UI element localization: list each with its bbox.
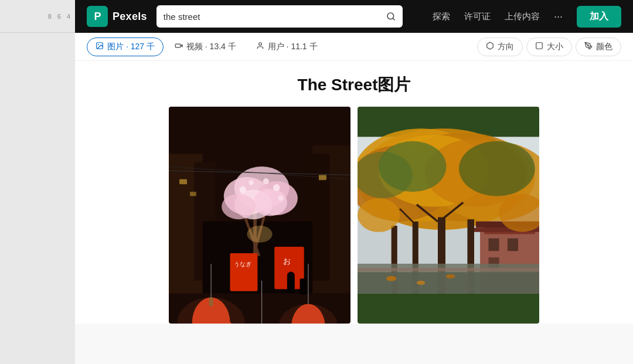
filter-size-btn[interactable]: 大小 [526,38,572,56]
logo-area: P Pexels [87,6,147,27]
ruler-numbers: 8 6 4 [0,0,75,33]
filter-bar: 图片 · 127 千 视频 · 13.4 千 用户 · 11.1 千 [75,33,633,61]
logo-text: Pexels [113,11,147,23]
images-icon [96,42,104,52]
filter-color-btn[interactable]: 颜色 [576,38,621,56]
user-icon [256,42,264,52]
video-icon [175,42,183,52]
svg-line-1 [393,18,394,20]
svg-rect-82 [358,268,539,271]
direction-icon [486,42,494,52]
svg-point-34 [249,180,254,185]
filter-images-label: 图片 · 127 千 [107,42,155,52]
svg-rect-47 [300,278,307,294]
join-button[interactable]: 加入 [577,6,621,28]
svg-rect-4 [175,44,181,47]
svg-point-8 [587,45,588,46]
direction-label: 方向 [498,42,514,52]
filter-videos-label: 视频 · 13.4 千 [186,42,236,52]
nav-links: 探索 许可证 上传内容 ··· 加入 [433,6,621,28]
color-label: 颜色 [596,42,612,52]
search-bar [156,5,403,28]
pexels-logo-icon: P [87,6,108,27]
search-input[interactable] [164,12,382,22]
nav-license[interactable]: 许可证 [464,11,491,22]
size-icon [535,42,543,52]
svg-point-79 [386,276,396,281]
svg-point-44 [247,226,272,243]
svg-point-83 [358,198,400,232]
svg-point-81 [446,274,455,278]
svg-point-39 [278,304,338,324]
ruler-num-4: 4 [67,13,70,20]
svg-point-37 [278,196,284,201]
svg-point-38 [177,298,244,324]
svg-point-46 [287,272,295,280]
svg-rect-68 [508,239,518,251]
nav-explore[interactable]: 探索 [433,11,450,22]
filter-users-label: 用户 · 11.1 千 [268,42,318,52]
nav-upload[interactable]: 上传内容 [505,11,540,22]
left-panel: 8 6 4 [0,0,75,364]
svg-point-32 [222,194,256,219]
image-card-japan[interactable]: お うなぎ [169,107,350,324]
ruler-num-8: 8 [48,13,52,20]
page-title: The Street图片 [87,61,621,107]
svg-text:お: お [283,257,291,266]
image-card-autumn[interactable] [358,107,539,324]
main-content: The Street图片 [75,61,633,324]
svg-rect-50 [179,179,187,185]
image-grid: お うなぎ [87,107,621,324]
svg-rect-52 [319,175,326,181]
search-button[interactable] [386,12,396,21]
svg-point-35 [263,178,269,184]
ruler-num-6: 6 [57,13,61,20]
filter-right: 方向 大小 颜色 [477,38,621,56]
svg-rect-7 [536,43,543,49]
filter-tab-images[interactable]: 图片 · 127 千 [87,38,164,56]
svg-point-33 [239,186,246,193]
svg-point-63 [459,141,535,196]
japan-street-image: お うなぎ [169,107,350,324]
main-area: P Pexels 探索 许可证 上传内容 ··· 加入 [75,0,633,364]
svg-point-3 [98,44,99,45]
autumn-trees-image [358,107,539,324]
svg-point-80 [417,281,425,285]
svg-point-36 [273,184,280,191]
filter-tab-users[interactable]: 用户 · 11.1 千 [247,38,326,56]
nav-more-dots[interactable]: ··· [554,11,563,23]
size-label: 大小 [547,42,563,52]
svg-text:うなぎ: うなぎ [234,261,251,267]
svg-point-31 [253,189,287,216]
color-icon [584,42,593,52]
filter-tab-videos[interactable]: 视频 · 13.4 千 [166,38,245,56]
svg-rect-51 [190,192,196,196]
page-wrapper: 8 6 4 P Pexels 探索 [0,0,633,364]
svg-rect-67 [488,239,499,251]
filter-direction-btn[interactable]: 方向 [477,38,523,56]
navbar: P Pexels 探索 许可证 上传内容 ··· 加入 [75,0,633,33]
svg-point-6 [258,43,261,46]
svg-rect-41 [230,253,258,291]
